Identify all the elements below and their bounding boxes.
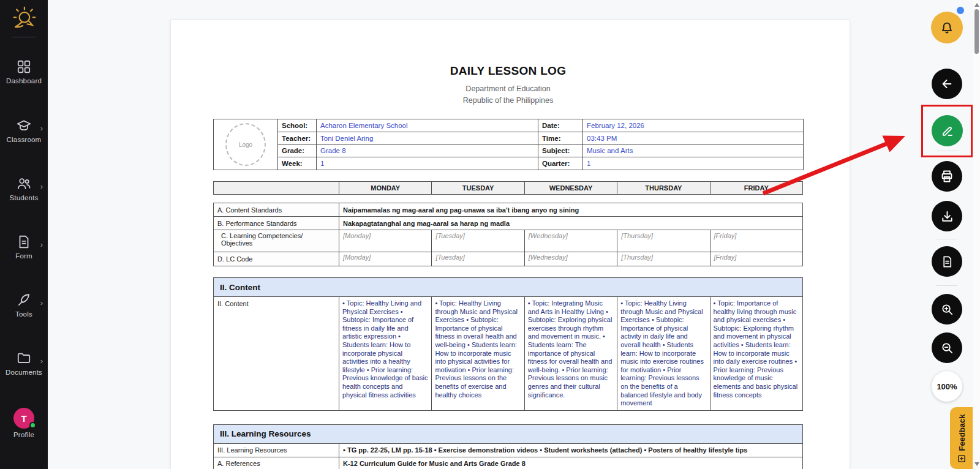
lc-code-monday-placeholder: [Monday] — [339, 252, 432, 266]
day-header-friday: FRIDAY — [710, 182, 802, 195]
chevron-right-icon: › — [40, 124, 43, 133]
doc-subtitle-2: Republic of the Philippines — [213, 96, 803, 105]
school-value: Acharon Elementary School — [317, 119, 538, 132]
week-label: Week: — [278, 157, 317, 170]
performance-standards-label: B. Performance Standards — [214, 217, 339, 230]
students-icon — [16, 176, 32, 192]
lc-code-wednesday-placeholder: [Wednesday] — [524, 252, 617, 266]
competencies-tuesday-placeholder: [Tuesday] — [432, 230, 524, 252]
day-header-thursday: THURSDAY — [617, 182, 710, 195]
sidebar-divider — [12, 37, 36, 37]
page-title: DAILY LESSON LOG — [213, 64, 803, 78]
teacher-value: Toni Deniel Aring — [317, 132, 538, 144]
grade-value: Grade 8 — [317, 144, 538, 157]
scrollbar-up-arrow[interactable] — [974, 3, 979, 7]
time-value: 03:43 PM — [583, 132, 804, 144]
zoom-out-button[interactable] — [932, 332, 962, 363]
feedback-tab[interactable]: Feedback — [950, 407, 973, 469]
notification-badge-dot — [957, 7, 964, 14]
content-standards-value: Naipamamalas ng mag-aaral ang pag-unawa … — [339, 203, 803, 217]
lc-code-label: D. LC Code — [214, 252, 339, 266]
feedback-label: Feedback — [957, 414, 966, 451]
resources-row-label: III. Learning Resources — [214, 443, 339, 457]
competencies-thursday-placeholder: [Thursday] — [617, 230, 710, 252]
sidebar-item-students[interactable]: › Students — [0, 176, 48, 201]
document-view-button[interactable] — [932, 246, 962, 277]
sidebar-item-profile[interactable]: T Profile — [0, 408, 48, 438]
content-thursday-cell: • Topic: Healthy Living through Music an… — [617, 297, 710, 411]
references-label: A. References — [214, 457, 339, 469]
resources-section-header: III. Learning Resources — [214, 424, 803, 443]
lightbulb-logo-icon — [10, 5, 37, 33]
competencies-monday-placeholder: [Monday] — [339, 230, 432, 252]
notifications-button[interactable] — [931, 12, 963, 43]
school-label: School: — [278, 119, 317, 132]
online-status-dot — [29, 422, 36, 429]
document-icon — [940, 255, 954, 269]
chevron-right-icon: › — [40, 356, 43, 366]
chevron-right-icon: › — [40, 182, 43, 191]
scrollbar-down-arrow[interactable] — [974, 462, 979, 466]
scrollbar-thumb[interactable] — [974, 9, 979, 54]
date-value: February 12, 2026 — [583, 119, 804, 132]
rail-divider — [937, 151, 957, 151]
competencies-friday-placeholder: [Friday] — [710, 230, 802, 252]
content-standards-label: A. Content Standards — [214, 203, 339, 217]
sidebar-item-form[interactable]: › Form — [0, 234, 48, 260]
school-logo-cell: Logo — [214, 119, 278, 170]
app-logo[interactable] — [10, 5, 37, 33]
zoom-level-value: 100% — [937, 382, 957, 391]
download-icon — [940, 209, 954, 223]
zoom-in-button[interactable] — [932, 294, 962, 325]
zoom-out-icon — [940, 341, 954, 355]
competencies-label: C. Learning Competencies/ Objectives — [214, 230, 339, 252]
day-header-monday: MONDAY — [339, 182, 432, 195]
dashboard-icon — [16, 59, 32, 75]
edit-button[interactable] — [932, 115, 963, 146]
content-row-label: II. Content — [214, 297, 339, 411]
lc-code-thursday-placeholder: [Thursday] — [617, 252, 710, 266]
subject-value: Music and Arts — [583, 144, 804, 157]
pen-tools-icon — [16, 292, 32, 308]
references-value: K-12 Curriculum Guide for Music and Arts… — [339, 457, 803, 469]
standards-table: A. Content Standards Naipamamalas ng mag… — [213, 203, 803, 266]
back-arrow-icon — [940, 77, 954, 91]
printer-icon — [940, 169, 954, 184]
sidebar-item-dashboard[interactable]: Dashboard — [0, 59, 48, 84]
subject-label: Subject: — [538, 144, 583, 157]
zoom-in-icon — [940, 302, 954, 317]
competencies-wednesday-placeholder: [Wednesday] — [524, 230, 617, 252]
rail-divider — [937, 285, 957, 286]
teacher-label: Teacher: — [278, 132, 317, 144]
rail-divider — [937, 239, 957, 239]
content-wednesday-cell: • Topic: Integrating Music and Arts in H… — [524, 297, 617, 411]
time-label: Time: — [538, 132, 583, 144]
doc-subtitle-1: Department of Education — [213, 84, 803, 93]
week-value: 1 — [317, 157, 538, 170]
content-monday-cell: • Topic: Healthy Living and Physical Exe… — [339, 297, 432, 411]
sidebar-item-tools[interactable]: › Tools — [0, 292, 48, 318]
feedback-icon — [957, 454, 965, 462]
weekday-blank-cell — [214, 182, 339, 195]
quarter-label: Quarter: — [538, 157, 583, 170]
lc-code-friday-placeholder: [Friday] — [710, 252, 802, 266]
lc-code-tuesday-placeholder: [Tuesday] — [432, 252, 524, 266]
avatar: T — [13, 408, 34, 429]
folder-icon — [16, 350, 32, 366]
sidebar-item-documents[interactable]: › Documents — [0, 350, 48, 376]
back-button[interactable] — [932, 69, 962, 99]
sidebar-item-classroom[interactable]: › Classroom — [0, 118, 48, 143]
content-tuesday-cell: • Topic: Healthy Living through Music an… — [432, 297, 524, 411]
graduation-cap-icon — [16, 118, 32, 133]
day-header-wednesday: WEDNESDAY — [524, 182, 617, 195]
left-sidebar: Dashboard › Classroom › Students › Form — [0, 0, 48, 469]
content-section-header: II. Content — [214, 278, 803, 297]
vertical-scrollbar[interactable] — [973, 0, 980, 469]
print-button[interactable] — [932, 161, 962, 192]
download-button[interactable] — [932, 201, 962, 231]
weekday-header-table: MONDAY TUESDAY WEDNESDAY THURSDAY FRIDAY — [213, 181, 803, 195]
zoom-level-button[interactable]: 100% — [932, 371, 962, 402]
day-header-tuesday: TUESDAY — [432, 182, 524, 195]
bell-icon — [939, 20, 955, 36]
quarter-value: 1 — [583, 157, 804, 170]
